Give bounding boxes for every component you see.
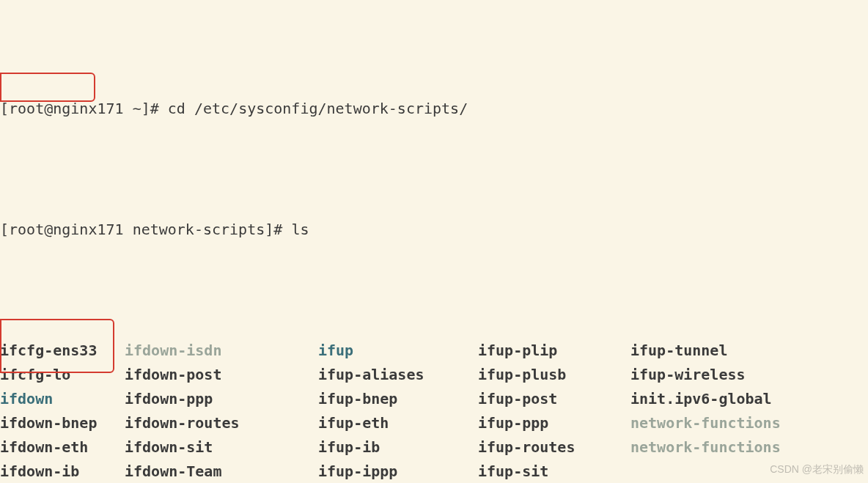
file-entry: ifdown-ppp bbox=[125, 387, 318, 411]
ls-listing-1: ifcfg-ens33ifdown-isdnifupifup-plipifup-… bbox=[0, 339, 868, 483]
prompt-line-ls1: [root@nginx171 network-scripts]# ls bbox=[0, 218, 868, 242]
file-entry: ifdown-sit bbox=[125, 435, 318, 460]
file-entry: ifup-routes bbox=[478, 435, 630, 460]
list-row: ifdown-bnepifdown-routesifup-ethifup-ppp… bbox=[0, 411, 868, 435]
file-entry: init.ipv6-global bbox=[630, 387, 865, 411]
list-row: ifdownifdown-pppifup-bnepifup-postinit.i… bbox=[0, 387, 868, 411]
file-entry: ifup-eth bbox=[318, 411, 478, 435]
file-entry: ifup-plusb bbox=[478, 363, 630, 387]
file-entry: network-functions bbox=[630, 411, 865, 435]
file-entry: network-functions bbox=[630, 435, 865, 460]
file-entry: ifdown-Team bbox=[125, 460, 318, 483]
file-entry: ifup-ippp bbox=[318, 460, 478, 483]
file-entry: ifup bbox=[318, 339, 478, 363]
file-entry: ifdown-bnep bbox=[0, 411, 125, 435]
file-entry: ifup-plip bbox=[478, 339, 630, 363]
file-entry: ifdown-isdn bbox=[125, 339, 318, 363]
list-row: ifcfg-loifdown-postifup-aliasesifup-plus… bbox=[0, 363, 868, 387]
list-row: ifcfg-ens33ifdown-isdnifupifup-plipifup-… bbox=[0, 339, 868, 363]
file-entry: ifdown-routes bbox=[125, 411, 318, 435]
file-entry: ifdown-post bbox=[125, 363, 318, 387]
list-row: ifdown-ethifdown-sitifup-ibifup-routesne… bbox=[0, 435, 868, 460]
file-entry: ifdown bbox=[0, 387, 125, 411]
file-entry: ifup-wireless bbox=[630, 363, 865, 387]
prompt-line-cd: [root@nginx171 ~]# cd /etc/sysconfig/net… bbox=[0, 97, 868, 121]
file-entry: ifup-ib bbox=[318, 435, 478, 460]
file-entry: ifup-sit bbox=[478, 460, 630, 483]
file-entry: ifup-bnep bbox=[318, 387, 478, 411]
file-entry: ifup-aliases bbox=[318, 363, 478, 387]
file-entry: ifdown-ib bbox=[0, 460, 125, 483]
list-row: ifdown-ibifdown-Teamifup-ipppifup-sit bbox=[0, 460, 868, 483]
file-entry: ifdown-eth bbox=[0, 435, 125, 460]
file-entry: ifup-ppp bbox=[478, 411, 630, 435]
terminal-output[interactable]: [root@nginx171 ~]# cd /etc/sysconfig/net… bbox=[0, 0, 868, 483]
file-entry: ifup-tunnel bbox=[630, 339, 865, 363]
file-entry: ifup-post bbox=[478, 387, 630, 411]
file-entry: ifcfg-ens33 bbox=[0, 339, 125, 363]
file-entry: ifcfg-lo bbox=[0, 363, 125, 387]
